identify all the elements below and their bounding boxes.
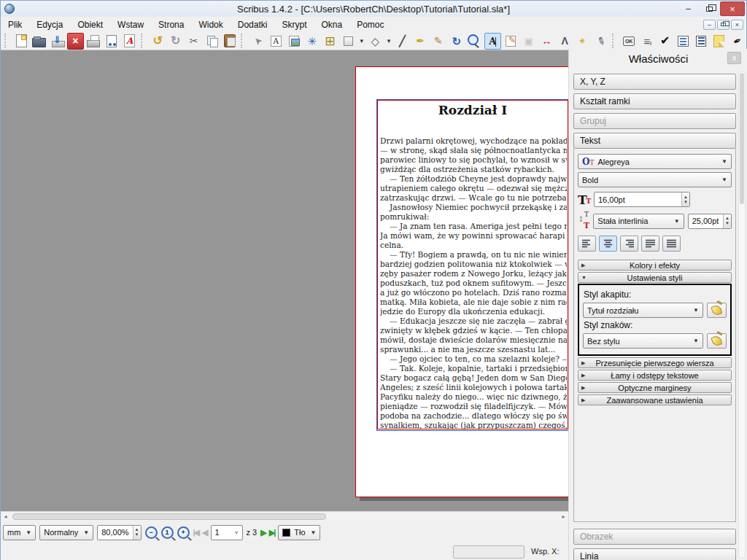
insert-shape-icon[interactable] (340, 33, 357, 50)
paragraph-style-select[interactable]: Tytuł rozdziału▼ (583, 303, 703, 318)
panel-scrollbar-thumb[interactable] (740, 73, 744, 204)
zoom-in-button[interactable]: + (177, 526, 190, 539)
horizontal-scrollbar[interactable]: ◂ ▸ (1, 511, 568, 521)
pdf-list-box-icon[interactable] (693, 33, 710, 50)
align-left-button[interactable] (578, 236, 596, 252)
select-item-icon[interactable]: ➤ (249, 33, 266, 50)
new-document-icon[interactable] (13, 33, 30, 50)
polygon-dropdown-icon[interactable]: ▾ (385, 33, 392, 50)
previous-page-button[interactable]: ◀ (202, 528, 206, 537)
insert-bezier-icon[interactable]: ✒ (412, 33, 429, 50)
shape-dropdown-icon[interactable]: ▾ (358, 33, 365, 50)
layer-select[interactable]: Tło▼ (278, 525, 320, 540)
unit-select[interactable]: mm▼ (3, 525, 36, 540)
horizontal-scrollbar-thumb[interactable] (12, 513, 326, 520)
style-settings-bar[interactable]: ▼Ustawienia styli (578, 272, 732, 283)
panel-scrollbar[interactable] (738, 71, 746, 559)
pdf-text-annotation-icon[interactable] (711, 33, 727, 50)
pdf-text-field-icon[interactable]: ≡ (639, 33, 656, 50)
open-document-icon[interactable] (31, 33, 47, 50)
print-icon[interactable] (85, 33, 102, 50)
mdi-restore-button[interactable] (717, 20, 729, 30)
link-text-frames-icon[interactable]: ▣ (520, 33, 537, 50)
menu-item[interactable]: Strona (151, 18, 191, 32)
menu-item[interactable]: Pomoc (349, 18, 391, 32)
menu-item[interactable]: Wstaw (110, 18, 151, 32)
section-text-button[interactable]: Tekst (573, 133, 736, 149)
first-line-offset-bar[interactable]: ▶Przesunięcie pierwszego wiersza (578, 357, 732, 368)
zoom-icon[interactable] (466, 33, 483, 50)
pdf-push-button-icon[interactable]: OK (621, 33, 638, 50)
mdi-minimize-button[interactable]: – (703, 20, 716, 30)
zoom-level-spinbox[interactable]: 80,00%▲▼ (97, 525, 141, 540)
toolbar-handle[interactable] (612, 34, 617, 48)
insert-freehand-icon[interactable]: ✎ (430, 33, 447, 50)
insert-render-frame-icon[interactable]: ✳ (303, 33, 320, 50)
preview-quality-select[interactable]: Normalny▼ (39, 525, 93, 540)
align-justify-button[interactable] (641, 236, 659, 252)
font-size-spinbox[interactable]: 16,00pt▲▼ (594, 192, 690, 207)
section-xyz-button[interactable]: X, Y, Z (573, 74, 736, 90)
menu-item[interactable]: Widok (191, 18, 230, 32)
spinner-buttons[interactable]: ▲▼ (681, 192, 689, 206)
preflight-verifier-icon[interactable] (104, 33, 120, 50)
undo-icon[interactable]: ↺ (150, 33, 166, 50)
page-number-combo[interactable]: 1˅ (211, 525, 243, 540)
minimize-window-button[interactable]: – (678, 1, 699, 16)
next-page-button[interactable]: ▶ (260, 528, 265, 537)
menu-item[interactable]: Dodatki (231, 18, 275, 32)
line-spacing-spinbox[interactable]: 25,00pt▲▼ (688, 214, 732, 229)
optical-margins-bar[interactable]: ▶Optyczne marginesy (578, 382, 732, 393)
zoom-100-button[interactable]: 1 (161, 526, 174, 539)
zoom-out-button[interactable]: − (145, 526, 158, 539)
export-pdf-icon[interactable]: A (121, 33, 138, 50)
line-spacing-mode-select[interactable]: Stała interlinia▼ (593, 214, 684, 229)
scroll-left-arrow-icon[interactable]: ◂ (1, 513, 10, 521)
font-family-select[interactable]: OT Alegreya ▼ (578, 154, 732, 169)
columns-text-distances-bar[interactable]: ▶Łamy i odstępy tekstowe (578, 370, 732, 381)
save-document-icon[interactable]: ⇓ (49, 33, 66, 50)
character-style-select[interactable]: Bez stylu▼ (583, 333, 703, 349)
paste-icon[interactable] (222, 33, 239, 50)
clear-paragraph-style-button[interactable] (707, 303, 727, 318)
toolbar-handle[interactable] (4, 34, 9, 48)
eyedropper-icon[interactable]: ✐ (592, 33, 609, 50)
menu-item[interactable]: Obiekt (70, 18, 110, 32)
section-shape-button[interactable]: Kształt ramki (573, 93, 736, 109)
close-window-button[interactable]: × (720, 1, 745, 16)
spinner-buttons[interactable]: ▲▼ (723, 214, 731, 228)
first-page-button[interactable]: |◀ (193, 528, 199, 537)
insert-text-frame-icon[interactable]: A (268, 33, 285, 50)
align-force-justify-button[interactable] (662, 236, 681, 252)
text-frame[interactable]: Rozdział I Drzwi palarni okrętowej, wych… (377, 100, 568, 429)
toolbar-handle[interactable] (141, 34, 146, 48)
story-editor-icon[interactable]: ✎ (503, 33, 519, 50)
menu-item[interactable]: Edycja (29, 18, 70, 32)
last-page-button[interactable]: ▶| (269, 528, 275, 537)
pdf-combo-box-icon[interactable] (675, 33, 692, 50)
insert-line-icon[interactable]: ╱ (394, 33, 411, 50)
restore-window-button[interactable] (699, 1, 720, 16)
unlink-text-frames-icon[interactable]: ↔ (538, 33, 555, 50)
mdi-close-button[interactable]: × (731, 20, 743, 30)
advanced-settings-bar[interactable]: ▶Zaawansowane ustawienia (578, 394, 732, 405)
align-center-button[interactable] (599, 236, 617, 252)
edit-contents-icon[interactable]: A (484, 33, 501, 50)
menu-item[interactable]: Okna (314, 18, 349, 32)
close-panel-button[interactable]: x (727, 52, 741, 64)
toolbar-handle[interactable] (241, 34, 246, 48)
measurements-icon[interactable]: Λ (557, 33, 573, 50)
pdf-checkbox-icon[interactable]: ✔ (657, 33, 673, 50)
close-document-icon[interactable]: × (67, 33, 84, 50)
menu-item[interactable]: Skrypt (274, 18, 314, 32)
pdf-link-annotation-icon[interactable]: ✒ (729, 33, 746, 50)
insert-table-icon[interactable]: ⊞ (322, 33, 338, 50)
menu-item[interactable]: Plik (1, 18, 29, 32)
cut-icon[interactable]: ✂ (185, 33, 202, 50)
spinner-buttons[interactable]: ▲▼ (133, 526, 141, 540)
clear-character-style-button[interactable] (707, 333, 727, 349)
align-right-button[interactable] (620, 236, 638, 252)
copy-icon[interactable] (204, 33, 220, 50)
copy-item-properties-icon[interactable]: ✶ (575, 33, 592, 50)
redo-icon[interactable]: ↻ (167, 33, 184, 50)
